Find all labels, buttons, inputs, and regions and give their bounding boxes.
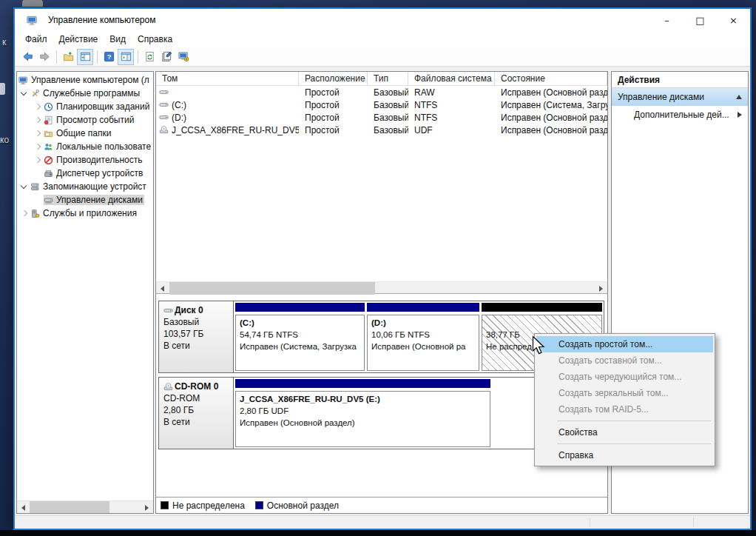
collapse-arrow-icon[interactable] bbox=[736, 95, 742, 99]
table-row[interactable]: ПростойБазовыйRAWИсправен (Основной разд bbox=[156, 86, 607, 98]
tree-item-label: Просмотр событий bbox=[56, 115, 135, 125]
svg-text:?: ? bbox=[107, 53, 111, 61]
help-button[interactable]: ? bbox=[101, 49, 117, 65]
scroll-right-icon[interactable] bbox=[141, 501, 153, 514]
tree-item-Просмотр событий[interactable]: Просмотр событий bbox=[17, 113, 153, 127]
tree-item-Управление дисками[interactable]: Управление дисками bbox=[17, 193, 153, 207]
disk-name: Диск 0 bbox=[163, 304, 233, 316]
scroll-left-icon[interactable] bbox=[17, 501, 30, 514]
table-row[interactable]: J_CCSA_X86FRE_RU-RU_DV5 (E:)ПростойБазов… bbox=[156, 124, 607, 136]
volume-cell: (D:) bbox=[156, 111, 299, 124]
menu-Справка[interactable]: Справка bbox=[132, 33, 178, 46]
volume-cell: (C:) bbox=[156, 98, 299, 111]
tree-item-content: Планировщик заданий bbox=[44, 101, 151, 112]
tree-item-Управление компьютером (л[interactable]: Управление компьютером (л bbox=[17, 73, 153, 87]
expander-expanded-icon[interactable] bbox=[18, 181, 30, 192]
forward-arrow-button[interactable] bbox=[36, 49, 53, 65]
expander-collapsed-icon[interactable] bbox=[32, 101, 44, 113]
type-cell: Базовый bbox=[368, 98, 408, 111]
legend-label: Основной раздел bbox=[267, 500, 339, 511]
tree-horizontal-scrollbar[interactable] bbox=[17, 500, 153, 513]
column-header-Файловая система[interactable]: Файловая система bbox=[408, 72, 495, 85]
more-actions-label: Дополнительные дей... bbox=[634, 110, 738, 120]
partition-color-strip bbox=[235, 303, 365, 312]
computer-settings-button[interactable] bbox=[175, 49, 192, 65]
scrollbar-thumb[interactable] bbox=[30, 501, 109, 514]
tree-item-Запоминающие устройст[interactable]: Запоминающие устройст bbox=[17, 180, 153, 193]
event-viewer-icon bbox=[44, 115, 53, 125]
column-header-Том[interactable]: Том bbox=[156, 72, 299, 85]
expander-collapsed-icon[interactable] bbox=[32, 141, 44, 153]
table-horizontal-scrollbar[interactable] bbox=[156, 281, 607, 294]
tree-item-content: Производительность bbox=[44, 155, 144, 165]
menu-Вид[interactable]: Вид bbox=[104, 33, 132, 46]
tree-item-label: Диспетчер устройств bbox=[56, 168, 144, 178]
column-header-Тип[interactable]: Тип bbox=[368, 72, 408, 85]
partition-(C:)[interactable]: (C:)54,74 ГБ NTFSИсправен (Система, Загр… bbox=[235, 303, 365, 371]
tree-selection: Управление дисками bbox=[44, 195, 144, 205]
scroll-left-icon[interactable] bbox=[156, 282, 169, 295]
console-tree-panel: Управление компьютером (лСлужебные прогр… bbox=[16, 71, 154, 514]
tree-item-Диспетчер устройств[interactable]: Диспетчер устройств bbox=[17, 167, 153, 180]
disk-name-text: CD-ROM 0 bbox=[175, 381, 218, 392]
tree-item-label: Управление компьютером (л bbox=[31, 75, 151, 85]
menu-Файл[interactable]: Файл bbox=[19, 33, 53, 46]
table-row[interactable]: (C:)ПростойБазовыйNTFSИсправен (Система,… bbox=[156, 98, 607, 111]
context-menu-item-Создать простой том...[interactable]: Создать простой том... bbox=[536, 336, 713, 352]
expander-expanded-icon[interactable] bbox=[18, 87, 30, 99]
properties-button[interactable] bbox=[158, 49, 175, 65]
volumes-table-header: ТомРасположениеТипФайловая системаСостоя… bbox=[156, 72, 607, 86]
partition-label: (D:) bbox=[371, 317, 475, 329]
title-bar[interactable]: Управление компьютером – □ × bbox=[15, 9, 750, 31]
disk-label-Диск 0[interactable]: Диск 0Базовый103,57 ГБВ сети bbox=[159, 301, 234, 372]
partition-color-strip bbox=[482, 303, 602, 312]
tree-item-content: Запоминающие устройст bbox=[30, 181, 148, 192]
device-manager-icon bbox=[44, 169, 53, 178]
context-menu-item-Справка[interactable]: Справка bbox=[536, 447, 713, 463]
expander-collapsed-icon[interactable] bbox=[18, 207, 30, 219]
drive-icon bbox=[159, 113, 169, 122]
tree-item-Службы и приложения[interactable]: Службы и приложения bbox=[17, 207, 153, 220]
disk-label-CD-ROM 0[interactable]: CD-ROM 0CD-ROM2,80 ГБВ сети bbox=[159, 378, 234, 449]
computer-settings-icon bbox=[178, 51, 189, 62]
partition-legend: Не распределенаОсновной раздел bbox=[156, 497, 607, 513]
disk-size: 103,57 ГБ bbox=[163, 328, 233, 340]
up-level-folder-button[interactable] bbox=[60, 49, 76, 65]
close-button[interactable]: × bbox=[717, 9, 750, 31]
tree-item-Общие папки[interactable]: Общие папки bbox=[17, 127, 153, 140]
toolbar-separator bbox=[97, 50, 98, 64]
tree-item-Планировщик заданий[interactable]: Планировщик заданий bbox=[17, 100, 153, 113]
status-bar bbox=[15, 515, 750, 529]
expander-collapsed-icon[interactable] bbox=[32, 154, 44, 166]
maximize-button[interactable]: □ bbox=[684, 9, 717, 31]
disk-size: 2,80 ГБ bbox=[163, 404, 233, 416]
partition-J_CCSA_X86FRE_RU-RU_DV5 (E:)[interactable]: J_CCSA_X86FRE_RU-RU_DV5 (E:)2,80 ГБ UDFИ… bbox=[235, 379, 490, 447]
minimize-button[interactable]: – bbox=[650, 9, 684, 31]
tree-item-Локальные пользовате[interactable]: Локальные пользовате bbox=[17, 140, 153, 153]
desktop-icon-label-fragment: ко bbox=[0, 135, 9, 145]
actions-section-disk-management[interactable]: Управление дисками bbox=[612, 88, 748, 106]
tree-item-Производительность[interactable]: Производительность bbox=[17, 153, 153, 167]
type-cell: Базовый bbox=[368, 111, 408, 124]
partition-label: (C:) bbox=[240, 317, 360, 329]
column-header-Расположение[interactable]: Расположение bbox=[299, 72, 368, 85]
menu-Действие[interactable]: Действие bbox=[53, 33, 104, 46]
action-pane-toggle-button[interactable] bbox=[118, 49, 134, 65]
scroll-right-icon[interactable] bbox=[595, 282, 607, 295]
context-menu-item-Свойства[interactable]: Свойства bbox=[536, 424, 713, 440]
refresh-icon bbox=[144, 51, 155, 62]
partition-(D:)[interactable]: (D:)10,06 ГБ NTFSИсправен (Основной ра bbox=[367, 303, 479, 371]
table-row[interactable]: (D:)ПростойБазовыйNTFSИсправен (Основной… bbox=[156, 111, 607, 124]
refresh-button[interactable] bbox=[141, 49, 158, 65]
scrollbar-thumb[interactable] bbox=[169, 282, 375, 295]
tree-item-Служебные программы[interactable]: Служебные программы bbox=[17, 87, 153, 100]
legend-item: Не распределена bbox=[161, 500, 245, 511]
back-arrow-button[interactable] bbox=[19, 49, 36, 65]
fs-cell: RAW bbox=[408, 86, 495, 98]
column-header-Состояние[interactable]: Состояние bbox=[495, 72, 607, 85]
console-tree-toggle-button[interactable] bbox=[77, 49, 93, 65]
expander-collapsed-icon[interactable] bbox=[32, 127, 44, 139]
volume-name: (C:) bbox=[172, 100, 186, 110]
expander-collapsed-icon[interactable] bbox=[32, 114, 44, 126]
more-actions-item[interactable]: Дополнительные дей... bbox=[612, 106, 748, 124]
